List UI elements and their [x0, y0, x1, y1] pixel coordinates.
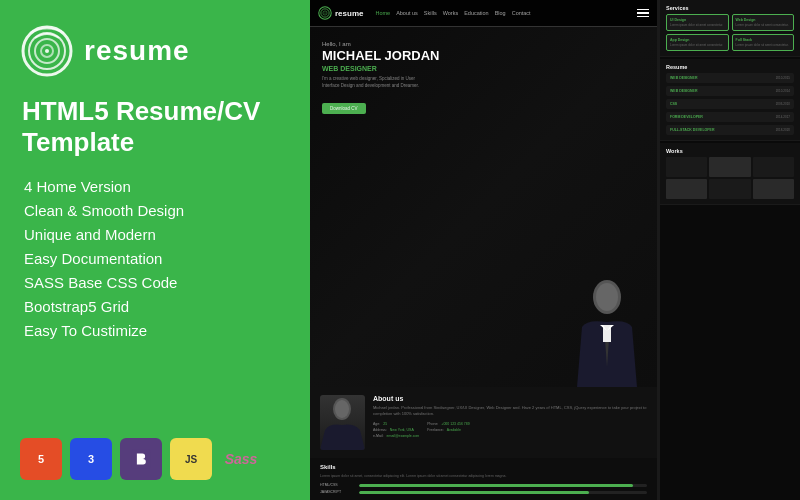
skill-js-track — [359, 491, 647, 494]
hero-name: MICHAEL JORDAN — [322, 49, 440, 63]
skill-js-label: JAVASCRIPT — [320, 490, 355, 494]
nav-link-about[interactable]: About us — [396, 10, 418, 16]
resume-item-5: FULL-STACK DEVELOPER 2018-2020 — [666, 125, 794, 135]
detail-email-label: e-Mail: — [373, 434, 384, 438]
feature-item-6: Bootstrap5 Grid — [20, 298, 290, 315]
detail-phone-label: Phone: — [427, 422, 438, 426]
service-3-title: App Design — [670, 38, 725, 42]
service-card-2: Web Design Lorem ipsum dolor sit amet co… — [732, 14, 795, 31]
detail-age-label: Age: — [373, 422, 380, 426]
left-panel: resume HTML5 Resume/CV Template 4 Home V… — [0, 0, 310, 500]
detail-freelance-value: Available — [447, 428, 461, 432]
hero-role: WEB DESIGNER — [322, 65, 440, 72]
detail-col-left: Age: 25 Address: New York, USA e-Mail: e… — [373, 422, 419, 438]
skill-bars-container: HTML/CSS JAVASCRIPT — [320, 483, 647, 494]
preview-nav-brand: resume — [335, 9, 363, 18]
resume-1-year: 2010-2015 — [776, 76, 790, 80]
preview-side-panel: Services UI Design Lorem ipsum dolor sit… — [660, 0, 800, 500]
service-2-text: Lorem ipsum dolor sit amet consectetur. — [736, 23, 791, 27]
preview-nav-links[interactable]: Home About us Skills Works Education Blo… — [375, 10, 530, 16]
feature-item-2: Clean & Smooth Design — [20, 202, 290, 219]
resume-item-1: WEB DESIGNER 2010-2015 — [666, 73, 794, 83]
work-thumb-3 — [753, 157, 794, 177]
service-card-3: App Design Lorem ipsum dolor sit amet co… — [666, 34, 729, 51]
services-grid: UI Design Lorem ipsum dolor sit amet con… — [666, 14, 794, 51]
service-card-4: Full Stack Lorem ipsum dolor sit amet co… — [732, 34, 795, 51]
works-grid — [666, 157, 794, 199]
resume-item-2: WEB DESIGNER 2010-2014 — [666, 86, 794, 96]
skills-desc: Lorem ipsum dolor sit amet, consectetur … — [320, 474, 647, 479]
skill-bar-html: HTML/CSS — [320, 483, 647, 487]
main-title: HTML5 Resume/CV Template — [22, 96, 290, 158]
skill-html-fill — [359, 484, 633, 487]
nav-link-home[interactable]: Home — [375, 10, 390, 16]
nav-link-works[interactable]: Works — [443, 10, 458, 16]
work-thumb-1 — [666, 157, 707, 177]
feature-item-1: 4 Home Version — [20, 178, 290, 195]
detail-age: Age: 25 — [373, 422, 419, 426]
nav-link-skills[interactable]: Skills — [424, 10, 437, 16]
detail-age-value: 25 — [383, 422, 387, 426]
service-1-text: Lorem ipsum dolor sit amet consectetur. — [670, 23, 725, 27]
resume-3-year: 2006-2010 — [776, 102, 790, 106]
services-title: Services — [666, 5, 794, 11]
css3-badge: 3 — [70, 438, 112, 480]
about-person-svg — [320, 395, 365, 450]
resume-3-title: CSS — [670, 102, 677, 106]
preview-nav: resume Home About us Skills Works Educat… — [310, 0, 657, 27]
js-label: JS — [185, 454, 197, 465]
works-title: Works — [666, 148, 794, 154]
detail-phone-value: +000 123 456 789 — [441, 422, 469, 426]
about-photo — [320, 395, 365, 450]
detail-email-value: email@example.com — [387, 434, 420, 438]
skills-title: Skills — [320, 464, 647, 470]
side-resume-section: Resume WEB DESIGNER 2010-2015 WEB DESIGN… — [660, 59, 800, 141]
resume-4-year: 2014-2017 — [776, 115, 790, 119]
resume-item-4: FORM DEVELOPER 2014-2017 — [666, 112, 794, 122]
detail-email: e-Mail: email@example.com — [373, 434, 419, 438]
nav-hamburger-icon[interactable] — [637, 9, 649, 18]
hamburger-line-2 — [637, 12, 649, 14]
nav-link-education[interactable]: Education — [464, 10, 488, 16]
resume-4-title: FORM DEVELOPER — [670, 115, 703, 119]
preview-about-section: About us Michael jordan. Professional fr… — [310, 387, 657, 458]
side-services-section: Services UI Design Lorem ipsum dolor sit… — [660, 0, 800, 57]
detail-address-value: New York, USA — [390, 428, 414, 432]
resume-2-title: WEB DESIGNER — [670, 89, 697, 93]
work-thumb-5 — [709, 179, 750, 199]
service-3-text: Lorem ipsum dolor sit amet consectetur. — [670, 43, 725, 47]
feature-item-5: SASS Base CSS Code — [20, 274, 290, 291]
html5-badge: 5 — [20, 438, 62, 480]
resume-5-title: FULL-STACK DEVELOPER — [670, 128, 714, 132]
work-thumb-2 — [709, 157, 750, 177]
hamburger-line-3 — [637, 16, 649, 18]
side-works-section: Works — [660, 143, 800, 205]
fingerprint-logo-icon — [20, 24, 74, 78]
resume-title: Resume — [666, 64, 794, 70]
service-card-1: UI Design Lorem ipsum dolor sit amet con… — [666, 14, 729, 31]
svg-point-11 — [596, 283, 618, 311]
features-list: 4 Home Version Clean & Smooth Design Uni… — [20, 178, 290, 346]
about-photo-inner — [320, 395, 365, 450]
bootstrap-badge — [120, 438, 162, 480]
js-badge: JS — [170, 438, 212, 480]
brand-name: resume — [84, 35, 190, 67]
service-4-text: Lorem ipsum dolor sit amet consectetur. — [736, 43, 791, 47]
css3-label: 3 — [88, 453, 94, 465]
skill-html-track — [359, 484, 647, 487]
person-silhouette-svg — [567, 277, 647, 387]
nav-link-blog[interactable]: Blog — [495, 10, 506, 16]
sass-label: Sass — [225, 451, 258, 467]
hero-text: Hello, I am MICHAEL JORDAN WEB DESIGNER … — [322, 41, 440, 114]
detail-freelance: Freelance: Available — [427, 428, 469, 432]
work-thumb-6 — [753, 179, 794, 199]
about-description: Michael jordan. Professional from Sindis… — [373, 405, 647, 418]
detail-freelance-label: Freelance: — [427, 428, 444, 432]
resume-item-3: CSS 2006-2010 — [666, 99, 794, 109]
html5-label: 5 — [38, 453, 44, 465]
svg-point-9 — [324, 12, 325, 13]
resume-2-year: 2010-2014 — [776, 89, 790, 93]
hero-download-btn[interactable]: Download CV — [322, 103, 366, 114]
about-details: Age: 25 Address: New York, USA e-Mail: e… — [373, 422, 647, 438]
nav-link-contact[interactable]: Contact — [512, 10, 531, 16]
